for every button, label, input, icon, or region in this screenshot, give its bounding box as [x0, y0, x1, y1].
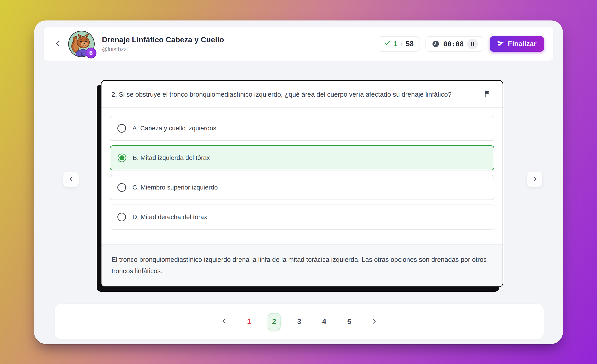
avatar: Σ 6	[68, 30, 95, 58]
app-window: Σ 6 Drenaje Linfático Cabeza y Cuello @l…	[34, 20, 563, 344]
chevron-left-icon	[54, 40, 62, 48]
radio-icon	[118, 213, 126, 221]
back-button[interactable]	[53, 37, 63, 51]
header: Σ 6 Drenaje Linfático Cabeza y Cuello @l…	[44, 27, 553, 61]
question-card: 2. Si se obstruye el tronco bronquiomedi…	[101, 80, 503, 287]
page-button-4[interactable]: 4	[318, 313, 330, 330]
chevron-right-icon	[371, 318, 378, 325]
header-actions: 1 / 58 00:08 Finalizar	[378, 36, 544, 52]
page-button-2[interactable]: 2	[268, 313, 281, 330]
question-header: 2. Si se obstruye el tronco bronquiomedi…	[102, 81, 503, 108]
option-label: D. Mitad derecha del tórax	[133, 214, 207, 221]
page-button-3[interactable]: 3	[293, 313, 306, 330]
option-label: A. Cabeza y cuello izquierdos	[133, 125, 216, 132]
prev-page-button[interactable]	[218, 315, 230, 328]
answer-option-a[interactable]: A. Cabeza y cuello izquierdos	[110, 116, 494, 141]
answer-option-b[interactable]: B. Mitad izquierda del tórax	[110, 145, 494, 170]
answer-option-c[interactable]: C. Miembro superior izquierdo	[110, 175, 494, 200]
chevron-left-icon	[221, 318, 228, 325]
radio-selected-icon	[118, 154, 126, 162]
answer-option-d[interactable]: D. Mitad derecha del tórax	[110, 205, 494, 229]
explanation-text: El tronco bronquiomediastínico izquierdo…	[102, 244, 503, 286]
quiz-author: @luisfbzz	[102, 46, 224, 53]
flag-button[interactable]	[482, 89, 493, 99]
finish-button-label: Finalizar	[508, 40, 536, 48]
svg-text:Σ: Σ	[80, 51, 84, 57]
quiz-title: Drenaje Linfático Cabeza y Cuello	[102, 35, 224, 44]
timer-badge: 00:08	[425, 36, 484, 52]
title-block: Drenaje Linfático Cabeza y Cuello @luisf…	[102, 35, 224, 53]
radio-icon	[118, 124, 126, 133]
radio-icon	[118, 183, 126, 192]
page-buttons: 12345	[243, 313, 356, 330]
clock-icon	[432, 40, 440, 48]
progress-current: 1	[394, 40, 397, 48]
flag-icon	[483, 95, 491, 99]
timer-value: 00:08	[443, 40, 464, 48]
next-page-button[interactable]	[368, 315, 381, 328]
chevron-right-icon	[531, 176, 538, 183]
next-question-button[interactable]	[527, 172, 542, 187]
check-icon	[384, 40, 391, 48]
send-icon	[497, 40, 504, 48]
level-badge: 6	[86, 47, 96, 58]
pause-button[interactable]	[467, 39, 478, 49]
options-list: A. Cabeza y cuello izquierdosB. Mitad iz…	[102, 108, 503, 238]
prev-question-button[interactable]	[63, 172, 79, 187]
page-button-1[interactable]: 1	[243, 313, 256, 330]
progress-total: 58	[406, 40, 413, 48]
pause-icon	[471, 42, 474, 46]
progress-separator: /	[400, 40, 403, 48]
question-text: 2. Si se obstruye el tronco bronquiomedi…	[111, 89, 482, 100]
progress-badge: 1 / 58	[378, 36, 420, 52]
page-button-5[interactable]: 5	[343, 313, 356, 330]
pagination: 12345	[55, 304, 544, 340]
finish-button[interactable]: Finalizar	[490, 36, 544, 52]
option-label: C. Miembro superior izquierdo	[133, 184, 218, 191]
option-label: B. Mitad izquierda del tórax	[133, 154, 210, 162]
chevron-left-icon	[68, 176, 74, 183]
